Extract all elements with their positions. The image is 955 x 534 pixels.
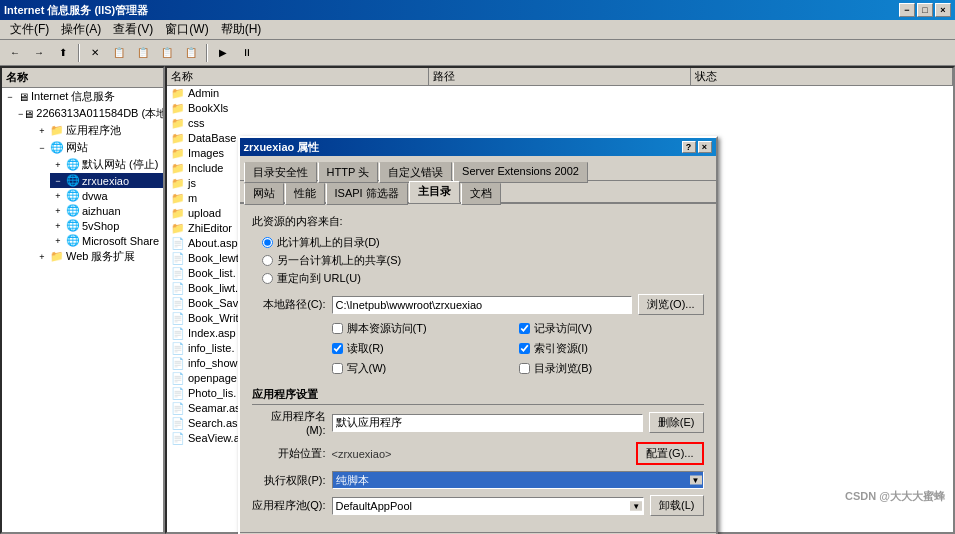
tab-performance[interactable]: 性能 [285,183,325,205]
content-source-label: 此资源的内容来自: [252,214,704,229]
cb-log-access-label: 记录访问(V) [534,321,593,336]
cb-index-label: 索引资源(I) [534,341,588,356]
toolbar-sep2 [206,44,208,62]
radio-redirect-input[interactable] [262,273,273,284]
unload-button[interactable]: 卸载(L) [650,495,703,516]
menu-view[interactable]: 查看(V) [107,19,159,40]
app-settings-header: 应用程序设置 [252,387,704,405]
delete-button[interactable]: 删除(E) [649,412,704,433]
cb-script-access: 脚本资源访问(T) [332,321,517,336]
maximize-button[interactable]: □ [917,3,933,17]
menu-help[interactable]: 帮助(H) [215,19,268,40]
back-button[interactable]: ← [4,42,26,64]
radio-redirect: 重定向到 URL(U) [262,271,704,286]
copy-button[interactable]: 📋 [132,42,154,64]
menu-file[interactable]: 文件(F) [4,19,55,40]
cb-log-access-input[interactable] [519,323,530,334]
cb-script-access-label: 脚本资源访问(T) [347,321,427,336]
permission-select-wrapper: 纯脚本 [332,471,704,489]
window-controls: − □ × [899,3,951,17]
permission-label: 执行权限(P): [252,473,332,488]
forward-button[interactable]: → [28,42,50,64]
dialog-overlay: zrxuexiao 属性 ? × 目录安全性 HTTP 头 自定义错误 Serv… [0,66,955,534]
radio-group: 此计算机上的目录(D) 另一台计算机上的共享(S) 重定向到 URL(U) [262,235,704,286]
radio-share-label: 另一台计算机上的共享(S) [277,253,402,268]
cb-index-input[interactable] [519,343,530,354]
tab-isapi[interactable]: ISAPI 筛选器 [326,183,408,205]
tab-custom-errors[interactable]: 自定义错误 [379,162,452,183]
properties-dialog: zrxuexiao 属性 ? × 目录安全性 HTTP 头 自定义错误 Serv… [238,136,718,534]
radio-local-input[interactable] [262,237,273,248]
window-title: Internet 信息服务 (IIS)管理器 [4,3,148,18]
watermark: CSDN @大大大蜜蜂 [845,489,945,504]
delete-button[interactable]: ✕ [84,42,106,64]
start-button[interactable]: ▶ [212,42,234,64]
pause-button[interactable]: ⏸ [236,42,258,64]
cb-write-label: 写入(W) [347,361,387,376]
local-path-input[interactable] [332,296,633,314]
app-name-row: 应用程序名(M): 删除(E) [252,409,704,436]
up-button[interactable]: ⬆ [52,42,74,64]
menu-action[interactable]: 操作(A) [55,19,107,40]
radio-share: 另一台计算机上的共享(S) [262,253,704,268]
refresh-button[interactable]: 📋 [180,42,202,64]
minimize-button[interactable]: − [899,3,915,17]
tab-website[interactable]: 网站 [244,183,284,205]
permission-row: 执行权限(P): 纯脚本 [252,471,704,489]
dialog-title-text: zrxuexiao 属性 [244,140,320,155]
dialog-help-button[interactable]: ? [682,141,696,153]
tab-directory-security[interactable]: 目录安全性 [244,162,317,183]
permission-select[interactable]: 纯脚本 [332,471,704,489]
tab-document[interactable]: 文档 [461,183,501,205]
local-path-label: 本地路径(C): [252,297,332,312]
tab-home-dir[interactable]: 主目录 [409,181,460,203]
radio-share-input[interactable] [262,255,273,266]
start-pos-row: 开始位置: <zrxuexiao> 配置(G)... [252,442,704,465]
cb-index: 索引资源(I) [519,341,704,356]
tab-server-ext[interactable]: Server Extensions 2002 [453,162,588,183]
cb-dir-browse-label: 目录浏览(B) [534,361,593,376]
paste-button[interactable]: 📋 [156,42,178,64]
cb-script-access-input[interactable] [332,323,343,334]
app-pool-select-wrapper: DefaultAppPool ▼ [332,497,645,515]
app-name-label: 应用程序名(M): [252,409,332,436]
dialog-tabs: 目录安全性 HTTP 头 自定义错误 Server Extensions 200… [240,156,716,181]
dialog-title-bar: zrxuexiao 属性 ? × [240,138,716,156]
app-name-input[interactable] [332,414,643,432]
menu-bar: 文件(F) 操作(A) 查看(V) 窗口(W) 帮助(H) [0,20,955,40]
local-path-row: 本地路径(C): 浏览(O)... [252,294,704,315]
dialog-tabs-row2: 网站 性能 ISAPI 筛选器 主目录 文档 [240,181,716,204]
app-pool-label: 应用程序池(Q): [252,498,332,513]
app-pool-row: 应用程序池(Q): DefaultAppPool ▼ 卸载(L) [252,495,704,516]
title-bar: Internet 信息服务 (IIS)管理器 − □ × [0,0,955,20]
dialog-body: 此资源的内容来自: 此计算机上的目录(D) 另一台计算机上的共享(S) 重 [240,204,716,532]
dialog-title-buttons: ? × [682,141,712,153]
cb-write-input[interactable] [332,363,343,374]
toolbar: ← → ⬆ ✕ 📋 📋 📋 📋 ▶ ⏸ [0,40,955,66]
cb-read: 读取(R) [332,341,517,356]
radio-local-label: 此计算机上的目录(D) [277,235,380,250]
cb-read-label: 读取(R) [347,341,384,356]
cb-dir-browse-input[interactable] [519,363,530,374]
config-button[interactable]: 配置(G)... [636,442,703,465]
cb-read-input[interactable] [332,343,343,354]
checkbox-grid: 脚本资源访问(T) 记录访问(V) 读取(R) 索引资源(I) [332,321,704,379]
browse-button[interactable]: 浏览(O)... [638,294,703,315]
start-pos-label: 开始位置: [252,446,332,461]
start-pos-value: <zrxuexiao> [332,448,392,460]
cb-dir-browse: 目录浏览(B) [519,361,704,376]
menu-window[interactable]: 窗口(W) [159,19,214,40]
close-button[interactable]: × [935,3,951,17]
toolbar-sep1 [78,44,80,62]
dialog-close-button[interactable]: × [698,141,712,153]
cb-write: 写入(W) [332,361,517,376]
cb-log-access: 记录访问(V) [519,321,704,336]
tab-http-header[interactable]: HTTP 头 [318,162,379,183]
properties-button[interactable]: 📋 [108,42,130,64]
radio-local: 此计算机上的目录(D) [262,235,704,250]
radio-redirect-label: 重定向到 URL(U) [277,271,361,286]
app-pool-select[interactable]: DefaultAppPool [332,497,645,515]
